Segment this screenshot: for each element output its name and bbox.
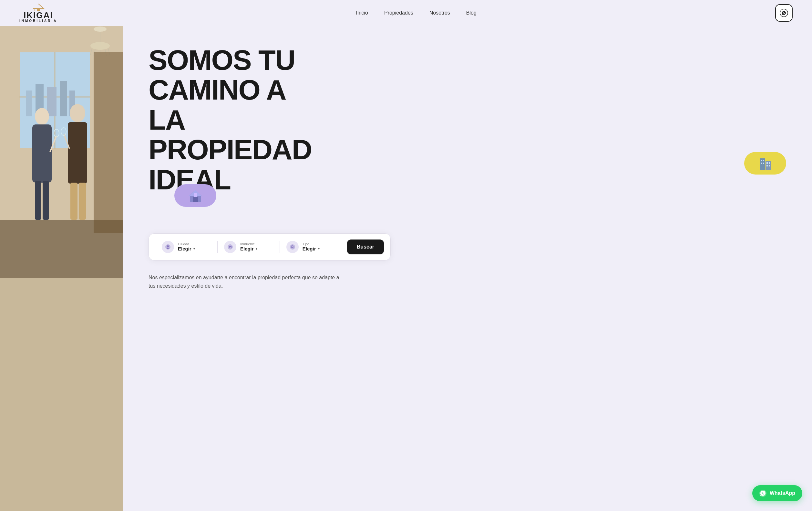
location-icon bbox=[165, 244, 171, 250]
svg-point-56 bbox=[290, 244, 295, 249]
svg-rect-11 bbox=[60, 81, 67, 116]
search-icon bbox=[290, 244, 295, 250]
property-field[interactable]: Inmueble Elegir ▾ bbox=[218, 241, 280, 253]
svg-rect-39 bbox=[194, 193, 197, 197]
city-value: Elegir bbox=[178, 246, 192, 251]
search-button[interactable]: Buscar bbox=[347, 240, 384, 254]
hero-bottom-text: Nos especializamos en ayudarte a encontr… bbox=[148, 273, 342, 290]
svg-rect-29 bbox=[70, 183, 78, 220]
hero-image bbox=[0, 26, 123, 278]
type-label: Tipo bbox=[302, 242, 320, 246]
logo-title: IKIGAI bbox=[24, 11, 53, 19]
city-field[interactable]: Ciudad Elegir ▾ bbox=[155, 241, 218, 253]
building-emoji-icon bbox=[754, 155, 777, 172]
property-icon bbox=[224, 241, 236, 253]
hero-text-column: SOMOS TU CAMINO A LA PROPIEDAD IDEAL bbox=[123, 26, 812, 511]
svg-rect-22 bbox=[94, 52, 123, 233]
whatsapp-float-icon bbox=[759, 490, 766, 497]
svg-rect-25 bbox=[35, 181, 41, 220]
type-content: Tipo Elegir ▾ bbox=[302, 242, 320, 251]
svg-point-15 bbox=[90, 42, 110, 50]
nav-propiedades[interactable]: Propiedades bbox=[384, 10, 413, 16]
svg-rect-49 bbox=[766, 165, 768, 166]
svg-rect-48 bbox=[769, 162, 770, 164]
svg-rect-47 bbox=[766, 162, 768, 164]
whatsapp-icon bbox=[780, 9, 788, 17]
property-chevron-icon: ▾ bbox=[256, 247, 257, 250]
house-emoji-icon bbox=[184, 187, 207, 205]
svg-point-13 bbox=[94, 27, 107, 32]
svg-rect-10 bbox=[47, 87, 57, 116]
hero-heading: SOMOS TU CAMINO A LA PROPIEDAD IDEAL bbox=[148, 45, 793, 194]
whatsapp-float-button[interactable]: WhatsApp bbox=[752, 485, 802, 501]
svg-rect-28 bbox=[68, 122, 87, 184]
svg-rect-24 bbox=[32, 125, 52, 183]
svg-rect-40 bbox=[754, 155, 777, 172]
city-content: Ciudad Elegir ▾ bbox=[178, 242, 195, 251]
building-icon bbox=[227, 244, 233, 250]
svg-rect-46 bbox=[763, 163, 764, 164]
hero-image-column bbox=[0, 26, 123, 511]
property-label: Inmueble bbox=[240, 242, 257, 246]
property-value: Elegir bbox=[240, 246, 254, 251]
svg-rect-26 bbox=[42, 181, 49, 220]
type-field[interactable]: Tipo Elegir ▾ bbox=[280, 241, 342, 253]
property-select[interactable]: Elegir ▾ bbox=[240, 246, 257, 251]
type-chevron-icon: ▾ bbox=[318, 247, 320, 250]
deco-house-pill bbox=[174, 184, 216, 207]
nav-blog[interactable]: Blog bbox=[466, 10, 476, 16]
nav-whatsapp-button[interactable] bbox=[775, 4, 793, 22]
deco-building-pill bbox=[744, 152, 786, 174]
type-select[interactable]: Elegir ▾ bbox=[302, 246, 320, 251]
svg-point-23 bbox=[35, 108, 49, 125]
svg-rect-8 bbox=[26, 90, 32, 116]
svg-rect-45 bbox=[761, 163, 762, 164]
logo[interactable]: IKIGAI INMOBILIARIA bbox=[19, 3, 57, 23]
logo-subtitle: INMOBILIARIA bbox=[19, 19, 57, 23]
nav-links: Inicio Propiedades Nosotros Blog bbox=[356, 10, 476, 16]
nav-inicio[interactable]: Inicio bbox=[356, 10, 368, 16]
navbar: IKIGAI INMOBILIARIA Inicio Propiedades N… bbox=[0, 0, 812, 26]
city-select[interactable]: Elegir ▾ bbox=[178, 246, 195, 251]
svg-point-27 bbox=[70, 104, 85, 122]
svg-rect-37 bbox=[193, 197, 198, 202]
city-chevron-icon: ▾ bbox=[194, 247, 195, 250]
nav-nosotros[interactable]: Nosotros bbox=[429, 10, 450, 16]
main-content: SOMOS TU CAMINO A LA PROPIEDAD IDEAL bbox=[0, 26, 812, 511]
svg-rect-50 bbox=[769, 165, 770, 166]
svg-rect-55 bbox=[230, 247, 231, 248]
svg-rect-30 bbox=[79, 183, 86, 220]
type-value: Elegir bbox=[302, 246, 316, 251]
city-icon bbox=[162, 241, 174, 253]
property-content: Inmueble Elegir ▾ bbox=[240, 242, 257, 251]
svg-rect-44 bbox=[763, 160, 764, 161]
whatsapp-float-label: WhatsApp bbox=[770, 490, 795, 496]
search-bar: Ciudad Elegir ▾ Inmueble bbox=[148, 233, 391, 261]
city-label: Ciudad bbox=[178, 242, 195, 246]
svg-rect-43 bbox=[761, 160, 762, 161]
svg-point-52 bbox=[167, 245, 169, 247]
type-icon bbox=[286, 241, 299, 253]
logo-house-icon bbox=[32, 3, 45, 11]
